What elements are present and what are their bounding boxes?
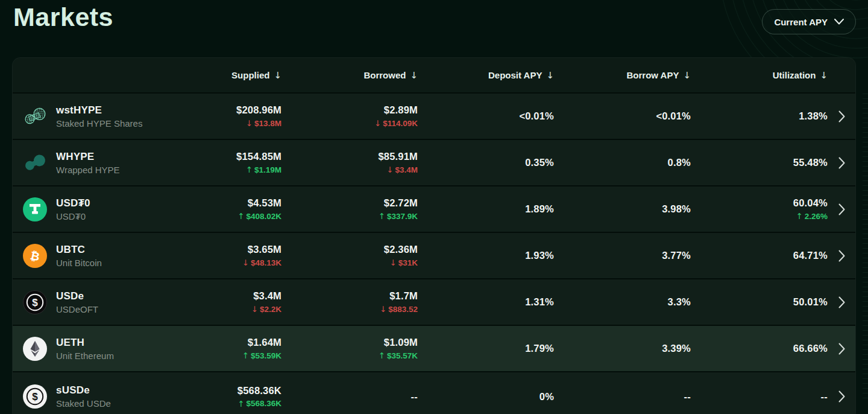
asset-cell: USD₮0 USD₮0 — [13, 197, 169, 221]
borrowed-change: ↓$3.4M — [386, 165, 418, 174]
borrow-apy-value: 3.39% — [662, 343, 691, 354]
asset-name: USDeOFT — [56, 304, 98, 314]
borrowed-value: -- — [411, 391, 418, 403]
wsthype-icon — [23, 104, 47, 129]
column-header-borrowed[interactable]: Borrowed ↓ — [281, 70, 418, 81]
borrowed-value: $2.89M — [384, 104, 418, 116]
borrow-apy-value: 0.8% — [668, 157, 691, 168]
column-header-supplied[interactable]: Supplied ↓ — [169, 70, 281, 81]
asset-cell: wstHYPE Staked HYPE Shares — [13, 104, 169, 129]
supplied-value: $3.4M — [253, 290, 281, 302]
change-arrow-icon: ↓ — [246, 118, 253, 128]
markets-table: Supplied ↓ Borrowed ↓ Deposit APY ↓ Borr… — [12, 57, 856, 414]
asset-symbol: UETH — [56, 337, 114, 349]
sort-desc-icon: ↓ — [274, 70, 281, 81]
chevron-right-icon — [838, 250, 845, 262]
ubtc-icon: ₿ — [23, 244, 47, 268]
market-row-usde[interactable]: $ USDe USDeOFT $3.4M ↓$2.2K $1.7M ↓$883.… — [13, 278, 855, 325]
supplied-cell: $3.65M ↓$48.13K — [169, 244, 281, 267]
utilization-cell: 66.66% — [691, 343, 828, 354]
sort-desc-icon: ↓ — [683, 70, 691, 81]
change-arrow-icon: ↓ — [386, 165, 393, 174]
utilization-value: 1.38% — [799, 110, 828, 122]
asset-symbol: UBTC — [56, 244, 102, 256]
ueth-icon — [23, 337, 47, 361]
supplied-value: $208.96M — [236, 104, 281, 116]
supplied-cell: $4.53M ↑$408.02K — [169, 197, 281, 221]
borrowed-cell: $2.89M ↓$114.09K — [281, 104, 418, 128]
deposit-apy-value: 1.31% — [525, 296, 554, 308]
borrow-apy-value: <0.01% — [656, 110, 691, 122]
change-arrow-icon: ↓ — [389, 258, 396, 267]
borrowed-cell: -- — [281, 391, 418, 403]
market-row-ubtc[interactable]: ₿ UBTC Unit Bitcoin $3.65M ↓$48.13K $2.3… — [13, 232, 855, 278]
table-body: wstHYPE Staked HYPE Shares $208.96M ↓$13… — [13, 92, 855, 414]
supplied-change: ↓$2.2K — [251, 304, 281, 314]
asset-cell: $ USDe USDeOFT — [13, 290, 169, 314]
borrowed-change: ↑$35.57K — [379, 351, 418, 360]
chevron-right-icon — [838, 296, 845, 308]
supplied-cell: $208.96M ↓$13.8M — [169, 104, 281, 128]
borrowed-value: $1.7M — [389, 290, 418, 302]
change-arrow-icon: ↑ — [796, 211, 802, 221]
chevron-right-icon — [838, 157, 845, 169]
change-arrow-icon: ↓ — [251, 304, 258, 314]
column-header-borrow-apy[interactable]: Borrow APY ↓ — [554, 70, 691, 81]
column-header-deposit-apy[interactable]: Deposit APY ↓ — [418, 70, 554, 81]
asset-cell: ₿ UBTC Unit Bitcoin — [13, 244, 169, 268]
supplied-change: ↓$48.13K — [242, 258, 281, 267]
borrow-apy-value: 3.98% — [662, 203, 691, 215]
supplied-cell: $1.64M ↑$53.59K — [169, 337, 281, 360]
borrowed-value: $1.09M — [384, 337, 418, 348]
column-header-utilization[interactable]: Utilization ↓ — [691, 70, 828, 81]
borrowed-cell: $2.36M ↓$31K — [281, 244, 418, 267]
asset-name: Unit Ethereum — [56, 351, 114, 361]
chevron-right-icon — [838, 390, 845, 403]
borrowed-change: ↓$31K — [389, 258, 418, 267]
borrow-apy-value: 3.77% — [662, 250, 691, 261]
market-row-whype[interactable]: WHYPE Wrapped HYPE $154.85M ↑$1.19M $85.… — [13, 139, 855, 185]
supplied-cell: $3.4M ↓$2.2K — [169, 290, 281, 314]
utilization-value: 66.66% — [793, 343, 828, 354]
utilization-cell: 55.48% — [691, 157, 828, 168]
change-arrow-icon: ↓ — [242, 258, 249, 267]
asset-cell: WHYPE Wrapped HYPE — [13, 151, 169, 175]
svg-text:$: $ — [32, 297, 38, 308]
supplied-cell: $154.85M ↑$1.19M — [169, 151, 281, 174]
page-title: Markets — [13, 2, 113, 32]
deposit-apy-value: 1.93% — [525, 250, 554, 261]
current-apy-dropdown-button[interactable]: Current APY — [762, 9, 856, 34]
supplied-change: ↓$13.8M — [246, 118, 281, 128]
chevron-right-icon — [838, 343, 845, 355]
asset-symbol: sUSDe — [56, 384, 111, 396]
deposit-apy-value: 0% — [539, 391, 554, 403]
utilization-cell: 50.01% — [691, 296, 828, 308]
borrowed-value: $85.91M — [378, 151, 418, 162]
asset-symbol: WHYPE — [56, 151, 120, 163]
utilization-value: -- — [821, 391, 828, 403]
chevron-right-icon — [838, 203, 845, 215]
asset-symbol: USD₮0 — [56, 197, 90, 209]
market-row-susde[interactable]: $ sUSDe Staked USDe $568.36K ↑$568.36K -… — [13, 371, 855, 414]
asset-name: Wrapped HYPE — [56, 165, 120, 175]
change-arrow-icon: ↑ — [379, 211, 385, 221]
supplied-value: $3.65M — [248, 244, 281, 255]
utilization-change: ↑2.26% — [796, 211, 828, 221]
asset-name: Staked HYPE Shares — [56, 118, 142, 129]
asset-symbol: wstHYPE — [56, 104, 142, 116]
whype-icon — [23, 151, 47, 175]
market-row-ueth[interactable]: UETH Unit Ethereum $1.64M ↑$53.59K $1.09… — [13, 325, 855, 371]
deposit-apy-value: 0.35% — [525, 157, 554, 168]
table-header-row: Supplied ↓ Borrowed ↓ Deposit APY ↓ Borr… — [13, 58, 855, 92]
asset-cell: UETH Unit Ethereum — [13, 337, 169, 361]
borrowed-cell: $1.7M ↓$883.52 — [281, 290, 418, 314]
borrowed-cell: $85.91M ↓$3.4M — [281, 151, 418, 174]
utilization-value: 55.48% — [793, 157, 828, 168]
market-row-wsthype[interactable]: wstHYPE Staked HYPE Shares $208.96M ↓$13… — [13, 92, 855, 139]
change-arrow-icon: ↑ — [242, 351, 249, 360]
utilization-cell: 1.38% — [691, 110, 828, 122]
supplied-change: ↑$53.59K — [242, 351, 281, 360]
market-row-usd₮0[interactable]: USD₮0 USD₮0 $4.53M ↑$408.02K $2.72M ↑$33… — [13, 185, 855, 232]
supplied-value: $1.64M — [248, 337, 281, 348]
deposit-apy-value: <0.01% — [519, 110, 554, 122]
